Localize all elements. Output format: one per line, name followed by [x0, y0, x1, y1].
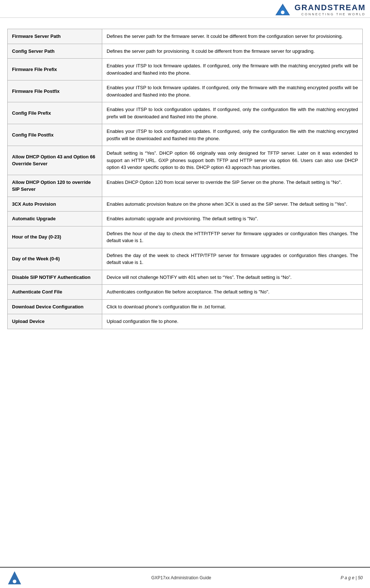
- row-description-13: Authenticates configuration file before …: [102, 285, 363, 300]
- row-label-11: Day of the Week (0-6): [8, 248, 102, 270]
- row-description-9: Enables automatic upgrade and provisioni…: [102, 212, 363, 226]
- footer-page-number: P a g e | 50: [341, 575, 363, 580]
- table-row: Download Device ConfigurationClick to do…: [8, 299, 363, 314]
- table-row: Day of the Week (0-6)Defines the day of …: [8, 248, 363, 270]
- logo-area: GRANDSTREAM CONNECTING THE WORLD: [274, 3, 366, 16]
- main-content: Firmware Server PathDefines the server p…: [0, 18, 370, 333]
- row-label-3: Firmware File Postfix: [8, 80, 102, 102]
- svg-point-2: [281, 11, 285, 14]
- row-description-12: Device will not challenge NOTIFY with 40…: [102, 270, 363, 285]
- table-row: Firmware File PrefixEnables your ITSP to…: [8, 59, 363, 80]
- row-label-0: Firmware Server Path: [8, 29, 102, 44]
- table-row: Config Server PathDefines the server pat…: [8, 44, 363, 59]
- row-description-3: Enables your ITSP to lock firmware updat…: [102, 80, 363, 102]
- row-label-14: Download Device Configuration: [8, 299, 102, 314]
- row-description-1: Defines the server path for provisioning…: [102, 44, 363, 59]
- table-row: 3CX Auto ProvisionEnables automatic prov…: [8, 197, 363, 212]
- row-label-1: Config Server Path: [8, 44, 102, 59]
- row-label-5: Config File Postfix: [8, 124, 102, 146]
- row-label-12: Disable SIP NOTIFY Authentication: [8, 270, 102, 285]
- table-row: Hour of the Day (0-23)Defines the hour o…: [8, 226, 363, 248]
- row-label-7: Allow DHCP Option 120 to override SIP Se…: [8, 175, 102, 197]
- row-label-4: Config File Prefix: [8, 102, 102, 124]
- row-label-9: Automatic Upgrade: [8, 212, 102, 226]
- footer-guide-title: GXP17xx Administration Guide: [22, 575, 341, 580]
- row-label-8: 3CX Auto Provision: [8, 197, 102, 212]
- table-row: Config File PrefixEnables your ITSP to l…: [8, 102, 363, 124]
- row-description-4: Enables your ITSP to lock configuration …: [102, 102, 363, 124]
- row-description-10: Defines the hour of the day to check the…: [102, 226, 363, 248]
- svg-point-4: [13, 580, 16, 583]
- row-description-5: Enables your ITSP to lock configuration …: [102, 124, 363, 146]
- row-description-6: Default setting is “Yes”. DHCP option 66…: [102, 146, 363, 175]
- settings-table: Firmware Server PathDefines the server p…: [7, 29, 363, 329]
- table-row: Authenticate Conf FileAuthenticates conf…: [8, 285, 363, 300]
- row-description-7: Enables DHCP Option 120 from local serve…: [102, 175, 363, 197]
- row-description-15: Upload configuration file to phone.: [102, 314, 363, 329]
- brand-tagline: CONNECTING THE WORLD: [301, 12, 366, 16]
- row-description-8: Enables automatic provision feature on t…: [102, 197, 363, 212]
- row-description-14: Click to download phone’s configuration …: [102, 299, 363, 314]
- page-header: GRANDSTREAM CONNECTING THE WORLD: [0, 0, 370, 18]
- table-row: Upload DeviceUpload configuration file t…: [8, 314, 363, 329]
- table-row: Disable SIP NOTIFY AuthenticationDevice …: [8, 270, 363, 285]
- table-row: Firmware Server PathDefines the server p…: [8, 29, 363, 44]
- page-footer: GXP17xx Administration Guide P a g e | 5…: [0, 567, 370, 588]
- table-row: Allow DHCP Option 43 and Option 66 Overr…: [8, 146, 363, 175]
- footer-logo-icon: [7, 571, 22, 585]
- row-label-13: Authenticate Conf File: [8, 285, 102, 300]
- logo-text-area: GRANDSTREAM CONNECTING THE WORLD: [294, 3, 366, 16]
- row-label-2: Firmware File Prefix: [8, 59, 102, 80]
- table-row: Firmware File PostfixEnables your ITSP t…: [8, 80, 363, 102]
- row-label-15: Upload Device: [8, 314, 102, 329]
- grandstream-logo-icon: [274, 3, 291, 16]
- row-description-2: Enables your ITSP to lock firmware updat…: [102, 59, 363, 80]
- table-row: Allow DHCP Option 120 to override SIP Se…: [8, 175, 363, 197]
- brand-name: GRANDSTREAM: [294, 3, 366, 12]
- row-description-11: Defines the day of the week to check HTT…: [102, 248, 363, 270]
- row-description-0: Defines the server path for the firmware…: [102, 29, 363, 44]
- table-row: Config File PostfixEnables your ITSP to …: [8, 124, 363, 146]
- row-label-10: Hour of the Day (0-23): [8, 226, 102, 248]
- row-label-6: Allow DHCP Option 43 and Option 66 Overr…: [8, 146, 102, 175]
- table-row: Automatic UpgradeEnables automatic upgra…: [8, 212, 363, 226]
